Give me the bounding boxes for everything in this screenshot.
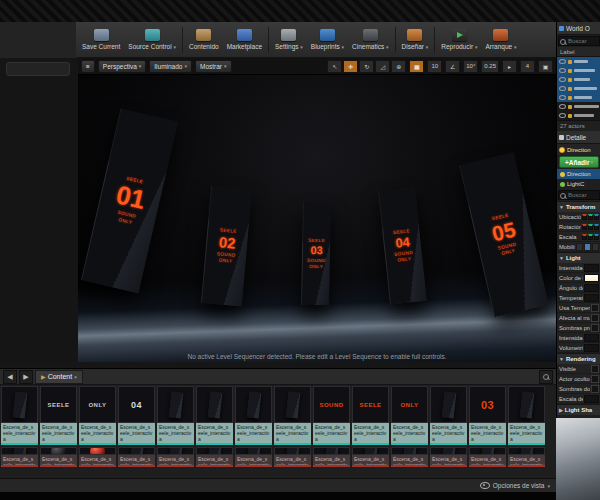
maximize-viewport-button[interactable]: ▣ — [538, 60, 553, 73]
mobility-segment[interactable] — [576, 243, 583, 251]
asset-item[interactable]: SOUNDEscena_de_seele_interactiva — [313, 386, 350, 445]
outliner-label-header[interactable]: Label — [557, 47, 600, 57]
vector-field-vz[interactable] — [594, 224, 599, 230]
vector-field-vx[interactable] — [582, 224, 587, 230]
checkbox[interactable] — [591, 324, 599, 332]
scene-3d-view[interactable]: No active Level Sequencer detected. Plea… — [78, 75, 556, 363]
scale-tool-icon[interactable]: ◿ — [375, 60, 390, 73]
checkbox[interactable] — [591, 304, 599, 312]
grid-snap-toggle[interactable]: ▦ — [409, 60, 424, 73]
asset-item[interactable]: Escena_de_seele_interactiva — [1, 447, 38, 467]
section-header-light-sha[interactable]: ▶Light Sha — [557, 404, 600, 415]
scale-snap-value[interactable]: 0.25 — [481, 60, 499, 73]
asset-item[interactable]: ONLYEscena_de_seele_interactiva — [79, 386, 116, 445]
outliner-row[interactable] — [557, 93, 600, 102]
numeric-field[interactable] — [584, 334, 599, 342]
asset-item[interactable]: Escena_de_seele_interactiva — [118, 447, 155, 467]
world-space-icon[interactable]: ⊕ — [391, 60, 406, 73]
asset-item[interactable]: Escena_de_seele_interactiva — [430, 386, 467, 445]
outliner-row[interactable] — [557, 57, 600, 66]
mobility-segment[interactable] — [584, 243, 591, 251]
camera-speed-value[interactable]: 4 — [520, 60, 535, 73]
viewport-show-button[interactable]: Mostrar ▾ — [195, 60, 232, 73]
visibility-eye-icon[interactable] — [559, 113, 566, 118]
outliner-row[interactable] — [557, 66, 600, 75]
nav-forward-button[interactable]: ▶ — [19, 370, 33, 384]
asset-item[interactable]: Escena_de_seele_interactiva — [157, 447, 194, 467]
outliner-row[interactable] — [557, 84, 600, 93]
rotation-snap-toggle[interactable]: ∠ — [445, 60, 460, 73]
toolbar-button-dise-ar[interactable]: Diseñar ▾ — [398, 23, 433, 57]
monolith-actor-03[interactable]: SEELE03SOUND ONLY — [301, 203, 331, 305]
camera-speed-button[interactable]: ▸ — [502, 60, 517, 73]
select-tool-icon[interactable]: ↖ — [327, 60, 342, 73]
section-header-rendering[interactable]: ▼Rendering — [557, 353, 600, 364]
asset-item[interactable]: Escena_de_seele_interactiva — [469, 447, 506, 467]
vector-field-vz[interactable] — [594, 234, 599, 240]
vector-field-vy[interactable] — [588, 234, 593, 240]
content-path-tab[interactable]: ▶ Content ▾ — [35, 370, 83, 384]
asset-item[interactable]: Escena_de_seele_interactiva — [430, 447, 467, 467]
asset-item[interactable]: Escena_de_seele_interactiva — [196, 386, 233, 445]
asset-item[interactable]: Escena_de_seele_interactiva — [157, 386, 194, 445]
asset-item[interactable]: Escena_de_seele_interactiva — [40, 447, 77, 467]
nav-back-button[interactable]: ◀ — [3, 370, 17, 384]
asset-item[interactable]: Escena_de_seele_interactiva — [391, 447, 428, 467]
toolbar-button-cinematics[interactable]: Cinematics ▾ — [348, 23, 392, 57]
tab-details[interactable]: Detalle — [557, 131, 600, 144]
level-viewport[interactable]: ≡ Perspectiva ▾ Iluminado ▾ Mostrar ▾ ↖✛… — [78, 58, 556, 362]
asset-item[interactable]: Escena_de_seele_interactiva — [196, 447, 233, 467]
visibility-eye-icon[interactable] — [559, 77, 566, 82]
asset-item[interactable]: Escena_de_seele_interactiva — [274, 447, 311, 467]
asset-item[interactable]: Escena_de_seele_interactiva — [79, 447, 116, 467]
outliner-row[interactable] — [557, 111, 600, 120]
visibility-eye-icon[interactable] — [559, 86, 566, 91]
vector-field-vx[interactable] — [582, 234, 587, 240]
visibility-eye-icon[interactable] — [559, 59, 566, 64]
viewport-perspective-button[interactable]: Perspectiva ▾ — [98, 60, 146, 73]
asset-item[interactable]: Escena_de_seele_interactiva — [235, 447, 272, 467]
visibility-eye-icon[interactable] — [559, 68, 566, 73]
add-component-button[interactable]: +Añadir ▾ — [559, 156, 599, 168]
viewport-menu-button[interactable]: ≡ — [81, 60, 95, 73]
toolbar-button-reproducir[interactable]: Reproducir ▾ — [437, 23, 481, 57]
visibility-eye-icon[interactable] — [559, 95, 566, 100]
toolbar-button-source-control[interactable]: Source Control ▾ — [124, 23, 180, 57]
section-header-light[interactable]: ▼Light — [557, 252, 600, 263]
asset-item[interactable]: Escena_de_seele_interactiva — [274, 386, 311, 445]
numeric-field[interactable] — [584, 264, 599, 272]
asset-item[interactable]: Escena_de_seele_interactiva — [352, 447, 389, 467]
toolbar-button-marketplace[interactable]: Marketplace — [223, 23, 266, 57]
rotation-snap-value[interactable]: 10° — [463, 60, 478, 73]
numeric-field[interactable] — [584, 395, 599, 403]
numeric-field[interactable] — [584, 284, 599, 292]
asset-item[interactable]: Escena_de_seele_interactiva — [1, 386, 38, 445]
asset-item[interactable]: ONLYEscena_de_seele_interactiva — [391, 386, 428, 445]
section-header-transform[interactable]: ▼Transform — [557, 201, 600, 212]
tab-world-outliner[interactable]: World O — [557, 22, 600, 35]
move-tool-icon[interactable]: ✛ — [343, 60, 358, 73]
monolith-actor-01[interactable]: SEELE01SOUND ONLY — [81, 109, 178, 294]
content-search-button[interactable] — [539, 370, 553, 384]
left-panel-searchbox[interactable] — [6, 62, 70, 76]
color-swatch[interactable] — [584, 274, 599, 282]
grid-snap-value[interactable]: 10 — [427, 60, 442, 73]
toolbar-button-contenido[interactable]: Contenido — [185, 23, 223, 57]
checkbox[interactable] — [591, 365, 599, 373]
checkbox[interactable] — [591, 314, 599, 322]
component-row-direction[interactable]: Direction — [557, 169, 600, 179]
asset-item[interactable]: 04Escena_de_seele_interactiva — [118, 386, 155, 445]
rotate-tool-icon[interactable]: ↻ — [359, 60, 374, 73]
asset-item[interactable]: Escena_de_seele_interactiva — [235, 386, 272, 445]
checkbox[interactable] — [591, 385, 599, 393]
outliner-row[interactable] — [557, 102, 600, 111]
vector-field-vy[interactable] — [588, 224, 593, 230]
asset-item[interactable]: SEELEEscena_de_seele_interactiva — [40, 386, 77, 445]
asset-item[interactable]: Escena_de_seele_interactiva — [313, 447, 350, 467]
numeric-field[interactable] — [584, 294, 599, 302]
toolbar-button-settings[interactable]: Settings ▾ — [271, 23, 307, 57]
viewport-lit-button[interactable]: Iluminado ▾ — [149, 60, 192, 73]
vector-field-vx[interactable] — [582, 214, 587, 220]
asset-item[interactable]: SEELEEscena_de_seele_interactiva — [352, 386, 389, 445]
asset-item[interactable]: 03Escena_de_seele_interactiva — [469, 386, 506, 445]
